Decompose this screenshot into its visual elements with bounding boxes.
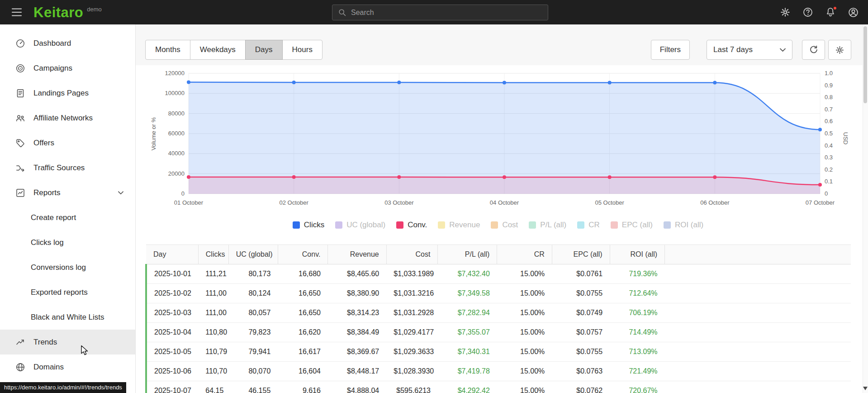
legend-item-uc-global[interactable]: UC (global) <box>335 220 385 230</box>
user-avatar-icon[interactable] <box>847 6 859 18</box>
sidebar-item-reports[interactable]: Reports <box>0 180 135 205</box>
cell: 2025-10-07 <box>146 381 198 393</box>
cell: 111,00 <box>198 303 228 323</box>
legend-item-cost[interactable]: Cost <box>491 220 518 230</box>
legend-label: Revenue <box>449 220 480 230</box>
table-row[interactable]: 2025-10-06110,7080,07016,604$8,448.17$1,… <box>146 362 851 381</box>
tab-days[interactable]: Days <box>245 40 283 60</box>
cell: 64,15 <box>198 381 228 393</box>
legend-item-p-l-all[interactable]: P/L (all) <box>529 220 566 230</box>
cell: 80,057 <box>228 303 278 323</box>
sidebar-item-trends[interactable]: Trends <box>0 330 135 355</box>
help-icon[interactable] <box>802 6 814 18</box>
sidebar-item-landing-pages[interactable]: Landings Pages <box>0 81 135 105</box>
tab-months[interactable]: Months <box>145 40 190 60</box>
cell: $7,419.78 <box>438 362 497 381</box>
sidebar-item-offers[interactable]: Offers <box>0 130 135 155</box>
dashboard-icon <box>15 38 25 48</box>
column-header[interactable]: Revenue <box>328 245 386 264</box>
column-header[interactable]: EPC (all) <box>552 245 610 264</box>
cell: 79,941 <box>228 342 278 362</box>
legend-swatch <box>491 221 498 229</box>
legend-item-cr[interactable]: CR <box>577 220 600 230</box>
legend-swatch <box>293 221 300 229</box>
svg-text:1.0: 1.0 <box>825 70 833 77</box>
chart-legend: ClicksUC (global)Conv.RevenueCostP/L (al… <box>145 220 851 230</box>
legend-item-clicks[interactable]: Clicks <box>293 220 324 230</box>
app-logo[interactable]: Keitaro <box>33 5 83 19</box>
page-scrollbar[interactable] <box>863 24 868 393</box>
cell: 721.49% <box>610 362 665 381</box>
column-header[interactable]: Conv. <box>278 245 328 264</box>
svg-text:40000: 40000 <box>168 150 185 157</box>
table-row[interactable]: 2025-10-05110,7979,94116,617$8,369.67$1,… <box>146 342 851 362</box>
legend-item-revenue[interactable]: Revenue <box>438 220 480 230</box>
cell: $0.0755 <box>552 284 610 303</box>
tab-weekdays[interactable]: Weekdays <box>190 40 246 60</box>
column-header[interactable]: Day <box>146 245 198 264</box>
table-row[interactable]: 2025-10-0764,1546,1559,616$4,888.04$595.… <box>146 381 851 393</box>
cell: $4,888.04 <box>328 381 386 393</box>
sidebar-item-campaigns[interactable]: Campaigns <box>0 56 135 81</box>
sidebar-item-label: Domains <box>33 363 64 372</box>
legend-label: EPC (all) <box>622 220 653 230</box>
sidebar-item-conversions-log[interactable]: Conversions log <box>0 255 135 280</box>
search-input[interactable] <box>351 9 542 17</box>
topbar: Keitaro demo <box>0 0 868 24</box>
sidebar-item-label: Create report <box>31 213 76 222</box>
cell: 16,617 <box>278 342 328 362</box>
svg-text:0.6: 0.6 <box>825 118 833 125</box>
column-header[interactable]: CR <box>497 245 552 264</box>
tab-hours[interactable]: Hours <box>282 40 323 60</box>
legend-item-roi-all[interactable]: ROI (all) <box>664 220 703 230</box>
filters-button[interactable]: Filters <box>651 40 690 60</box>
sidebar-item-create-report[interactable]: Create report <box>0 205 135 230</box>
sidebar-item-label: Black and White Lists <box>31 313 104 322</box>
cell: 2025-10-01 <box>146 264 198 284</box>
cell: $1,033.1989 <box>386 264 438 284</box>
legend-swatch <box>529 221 536 229</box>
sidebar-item-affiliate-networks[interactable]: Affiliate Networks <box>0 105 135 130</box>
table-row[interactable]: 2025-10-04110,8079,82316,620$8,384.49$1,… <box>146 323 851 342</box>
sidebar-item-traffic-sources[interactable]: Traffic Sources <box>0 155 135 180</box>
refresh-icon <box>809 45 819 55</box>
table-row[interactable]: 2025-10-03111,0080,05716,650$8,314.23$1,… <box>146 303 851 323</box>
cell: 111,00 <box>198 284 228 303</box>
settings-gear-icon[interactable] <box>779 6 791 18</box>
sidebar-item-domains[interactable]: Domains <box>0 355 135 379</box>
scroll-down-arrow-icon[interactable] <box>863 387 868 390</box>
cell: $8,448.17 <box>328 362 386 381</box>
app-window: Keitaro demo Dashboard <box>0 0 868 393</box>
hamburger-menu-icon[interactable] <box>11 7 23 17</box>
cell-filler <box>665 303 851 323</box>
scrollbar-thumb[interactable] <box>863 26 867 103</box>
column-header[interactable]: Clicks <box>198 245 228 264</box>
table-row[interactable]: 2025-10-02111,0080,12416,650$8,380.90$1,… <box>146 284 851 303</box>
sidebar-item-label: Dashboard <box>33 39 71 48</box>
trends-table-container: DayClicksUC (global)Conv.RevenueCostP/L … <box>145 244 851 393</box>
chart-settings-button[interactable] <box>828 40 851 60</box>
column-header[interactable]: ROI (all) <box>610 245 665 264</box>
cell: 9,616 <box>278 381 328 393</box>
cell: 2025-10-03 <box>146 303 198 323</box>
sidebar-item-clicks-log[interactable]: Clicks log <box>0 230 135 255</box>
trends-icon <box>15 337 25 347</box>
date-range-select[interactable]: Last 7 days <box>707 40 792 60</box>
refresh-button[interactable] <box>802 40 825 60</box>
svg-text:05 October: 05 October <box>595 199 625 206</box>
table-row[interactable]: 2025-10-01111,2180,17316,680$8,465.60$1,… <box>146 264 851 284</box>
column-header[interactable]: Cost <box>386 245 438 264</box>
legend-item-epc-all[interactable]: EPC (all) <box>611 220 653 230</box>
cell: 15.00% <box>497 342 552 362</box>
sidebar-item-black-and-white-lists[interactable]: Black and White Lists <box>0 305 135 330</box>
legend-item-conv[interactable]: Conv. <box>396 220 427 230</box>
sidebar-item-exported-reports[interactable]: Exported reports <box>0 280 135 305</box>
cell: 79,823 <box>228 323 278 342</box>
global-search[interactable] <box>332 5 548 20</box>
column-header[interactable]: P/L (all) <box>438 245 497 264</box>
topbar-actions <box>779 0 859 24</box>
notifications-bell-icon[interactable] <box>825 6 836 18</box>
sidebar-item-dashboard[interactable]: Dashboard <box>0 31 135 56</box>
cell: 15.00% <box>497 284 552 303</box>
column-header[interactable]: UC (global) <box>228 245 278 264</box>
